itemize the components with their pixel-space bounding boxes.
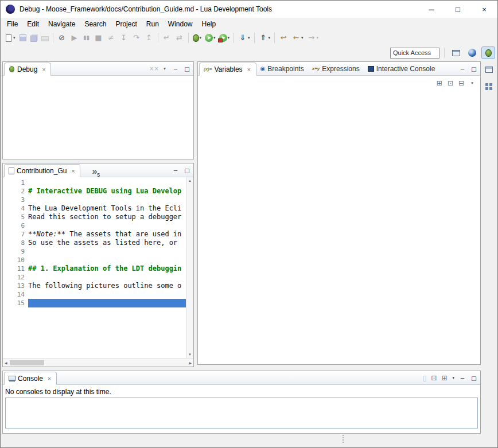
tab-variables[interactable]: (x)= Variables ×	[199, 63, 256, 76]
debug-launch-button[interactable]: ▾	[192, 32, 203, 44]
forward-button[interactable]: →▾	[306, 32, 320, 44]
editor-line-selected[interactable]: 15	[3, 299, 186, 307]
tab-console[interactable]: Console ×	[4, 372, 57, 385]
editor-line[interactable]: 13The following pictures outline some o	[3, 282, 186, 290]
editor-line[interactable]: 12	[3, 273, 186, 282]
next-annotation-button[interactable]: ⇓▾	[237, 32, 251, 44]
tab-debug[interactable]: Debug ×	[4, 63, 51, 76]
disconnect-button[interactable]: ≠	[106, 32, 117, 44]
pin-console-icon[interactable]: ▯	[423, 374, 427, 382]
annotation-ruler[interactable]	[3, 178, 11, 187]
maximize-view-icon[interactable]: □	[184, 66, 190, 72]
new-wizard-button[interactable]: ▾	[3, 32, 17, 44]
sash-gripper[interactable]	[343, 435, 344, 443]
editor-line[interactable]: 6	[3, 221, 186, 230]
annotation-ruler[interactable]	[3, 187, 11, 196]
editor-line[interactable]: 3	[3, 196, 186, 204]
annotation-ruler[interactable]	[3, 221, 11, 230]
annotation-ruler[interactable]	[3, 239, 11, 247]
editor-line[interactable]: 1	[3, 178, 186, 187]
close-tab-icon[interactable]: ×	[70, 167, 76, 174]
scroll-right-icon[interactable]: ▶	[189, 361, 192, 365]
editor-line[interactable]: 14	[3, 290, 186, 299]
horizontal-scrollbar[interactable]: ◀ ▶	[3, 358, 193, 367]
close-tab-icon[interactable]: ×	[246, 66, 252, 73]
run-launch-button[interactable]: ▾	[204, 32, 217, 44]
perspective-debug-button[interactable]	[481, 46, 495, 59]
editor-line[interactable]: 4The Lua Development Tools in the Ecli	[3, 204, 186, 213]
menu-navigate[interactable]: Navigate	[44, 18, 80, 30]
editor-body[interactable]: 1 2# Interactive DEBUG using Lua Develop…	[3, 177, 193, 367]
open-perspective-button[interactable]	[449, 46, 463, 59]
tab-expressions[interactable]: x+y Expressions	[308, 62, 364, 75]
maximize-view-icon[interactable]: □	[184, 167, 190, 174]
editor-line[interactable]: 7**Note:** The assets that are used in	[3, 230, 186, 239]
annotation-ruler[interactable]	[3, 230, 11, 239]
menu-search[interactable]: Search	[80, 18, 111, 30]
annotation-ruler[interactable]	[3, 247, 11, 256]
trim-view-stack-button[interactable]	[483, 81, 495, 92]
print-button[interactable]	[40, 32, 50, 44]
maximize-window-button[interactable]: □	[445, 1, 471, 18]
previous-annotation-button[interactable]: ⇑▾	[258, 32, 272, 44]
tab-breakpoints[interactable]: ◉ Breakpoints	[256, 62, 308, 75]
tab-interactive-console[interactable]: Interactive Console	[364, 62, 439, 75]
vertical-scrollbar[interactable]: ▲ ▼	[186, 177, 193, 358]
minimize-view-icon[interactable]: ─	[172, 66, 179, 72]
menu-edit[interactable]: Edit	[22, 18, 44, 30]
tab-contribution-guide[interactable]: Contribution_Gu ×	[4, 164, 80, 177]
editor-line[interactable]: 11## 1. Explanation of the LDT debuggin	[3, 264, 186, 273]
hidden-editors-indicator[interactable]: » 5	[92, 165, 100, 177]
save-all-button[interactable]	[29, 32, 39, 44]
console-output-area[interactable]	[5, 398, 478, 428]
annotation-ruler[interactable]	[3, 256, 11, 264]
save-button[interactable]	[18, 32, 28, 44]
open-console-icon[interactable]: ⊞	[441, 374, 447, 382]
scroll-down-icon[interactable]: ▼	[188, 353, 192, 356]
editor-line[interactable]: 9	[3, 247, 186, 256]
minimize-view-icon[interactable]: ─	[459, 66, 466, 72]
step-into-button[interactable]: ↧	[118, 32, 130, 44]
annotation-ruler[interactable]	[3, 204, 11, 213]
close-tab-icon[interactable]: ×	[46, 375, 52, 382]
view-menu-icon[interactable]: ▼	[162, 67, 168, 71]
dropdown-arrow-icon[interactable]: ▾	[452, 376, 454, 380]
perspective-ldt-button[interactable]	[465, 46, 479, 59]
scroll-up-icon[interactable]: ▲	[188, 179, 192, 182]
editor-text-area[interactable]: 1 2# Interactive DEBUG using Lua Develop…	[3, 178, 186, 358]
editor-line[interactable]: 5Read this section to setup a debugger	[3, 213, 186, 221]
step-over-button[interactable]: ↷	[131, 32, 142, 44]
annotation-ruler[interactable]	[3, 273, 11, 282]
drop-to-frame-button[interactable]: ↵	[161, 32, 173, 44]
step-return-button[interactable]: ↥	[143, 32, 155, 44]
annotation-ruler[interactable]	[3, 196, 11, 204]
menu-file[interactable]: File	[2, 18, 22, 30]
annotation-ruler[interactable]	[3, 299, 11, 307]
minimize-window-button[interactable]: ─	[418, 1, 445, 18]
close-tab-icon[interactable]: ×	[41, 66, 46, 73]
show-logical-structure-icon[interactable]: ⊞	[437, 79, 442, 87]
skip-all-breakpoints-button[interactable]: ⊘	[56, 32, 68, 44]
editor-line[interactable]: 8So use the assets as listed here, or	[3, 239, 186, 247]
collapse-all-icon[interactable]: ⊟	[458, 79, 464, 87]
use-step-filters-button[interactable]: ⇄	[174, 32, 185, 44]
annotation-ruler[interactable]	[3, 213, 11, 221]
last-edit-location-button[interactable]: ↩	[278, 32, 289, 44]
display-selected-console-icon[interactable]: ⊡	[431, 374, 437, 382]
quick-access-input[interactable]	[390, 48, 439, 59]
external-tools-button[interactable]: ▾	[218, 32, 231, 44]
minimize-view-icon[interactable]: ─	[172, 167, 179, 174]
menu-project[interactable]: Project	[111, 18, 141, 30]
show-type-names-icon[interactable]: ⊡	[448, 79, 453, 87]
back-button[interactable]: ←▾	[290, 32, 305, 44]
editor-line[interactable]: 2# Interactive DEBUG using Lua Develop	[3, 187, 186, 196]
close-window-button[interactable]: ×	[471, 1, 497, 18]
annotation-ruler[interactable]	[3, 264, 11, 273]
annotation-ruler[interactable]	[3, 282, 11, 290]
scrollbar-thumb[interactable]	[10, 360, 44, 365]
remove-all-terminated-icon[interactable]: ××	[149, 64, 157, 73]
menu-help[interactable]: Help	[197, 18, 221, 30]
annotation-ruler[interactable]	[3, 290, 11, 299]
terminate-button[interactable]: ■	[93, 32, 104, 44]
minimize-view-icon[interactable]: ─	[459, 375, 466, 381]
